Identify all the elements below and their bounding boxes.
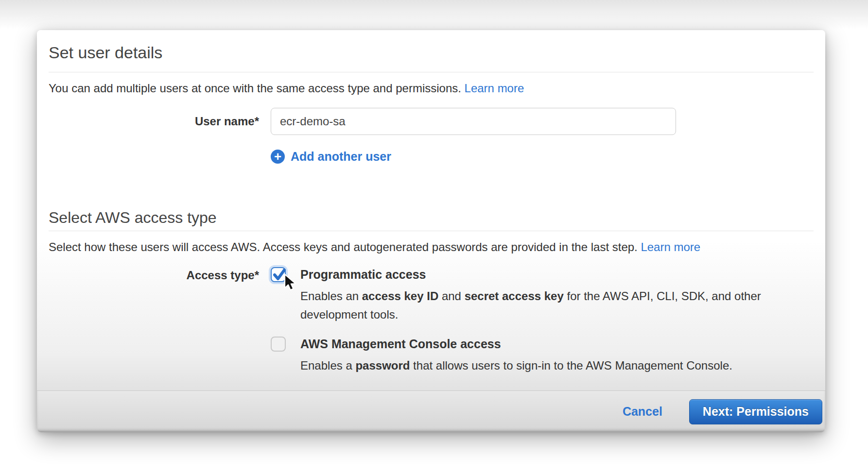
user-name-control	[271, 108, 676, 135]
intro-text: You can add multiple users at once with …	[49, 82, 465, 95]
learn-more-link-2[interactable]: Learn more	[641, 240, 700, 253]
console-access-text: AWS Management Console access Enables a …	[300, 337, 779, 375]
desc-bold: secret access key	[465, 289, 564, 303]
option-console-access: AWS Management Console access Enables a …	[271, 337, 779, 375]
access-type-options: Programmatic access Enables an access ke…	[271, 267, 779, 375]
option-programmatic-access: Programmatic access Enables an access ke…	[271, 267, 779, 324]
add-user-wizard-card: Set user details You can add multiple us…	[37, 30, 825, 432]
option-description: Enables an access key ID and secret acce…	[300, 287, 779, 324]
plus-icon: +	[271, 150, 285, 164]
access-type-row: Access type* Programmatic access Enables…	[49, 267, 814, 375]
add-another-user-label: Add another user	[291, 150, 391, 164]
option-label: Programmatic access	[300, 267, 779, 282]
access-type-label: Access type*	[49, 267, 259, 282]
desc-text: and	[438, 289, 464, 303]
cancel-button[interactable]: Cancel	[623, 405, 662, 419]
access-type-intro: Select how these users will access AWS. …	[49, 240, 814, 254]
desc-text: that allows users to sign-in to the AWS …	[410, 359, 732, 372]
wizard-footer: Cancel Next: Permissions	[37, 390, 825, 432]
access-type-divider	[49, 231, 814, 231]
option-description: Enables a password that allows users to …	[300, 356, 779, 375]
section-title-access-type: Select AWS access type	[49, 208, 814, 227]
programmatic-access-checkbox[interactable]	[271, 267, 286, 282]
desc-bold: password	[355, 359, 410, 372]
user-details-intro: You can add multiple users at once with …	[49, 81, 814, 96]
user-name-label: User name*	[49, 115, 259, 128]
option-label: AWS Management Console access	[300, 337, 779, 352]
programmatic-access-text: Programmatic access Enables an access ke…	[300, 267, 779, 324]
title-divider	[49, 72, 814, 72]
user-name-row: User name*	[49, 108, 814, 135]
wizard-content: Set user details You can add multiple us…	[37, 30, 825, 390]
page-title: Set user details	[49, 42, 814, 63]
user-name-input[interactable]	[271, 108, 676, 135]
console-access-checkbox[interactable]	[271, 337, 286, 352]
page-top-shadow	[0, 0, 868, 29]
desc-text: Enables a	[300, 359, 355, 372]
desc-text: Enables an	[300, 289, 362, 303]
next-permissions-button[interactable]: Next: Permissions	[689, 399, 822, 424]
access-intro-text: Select how these users will access AWS. …	[49, 240, 641, 253]
learn-more-link[interactable]: Learn more	[465, 82, 524, 95]
add-another-user-button[interactable]: + Add another user	[271, 150, 391, 164]
mouse-cursor-icon	[283, 273, 299, 294]
desc-bold: access key ID	[362, 289, 438, 303]
